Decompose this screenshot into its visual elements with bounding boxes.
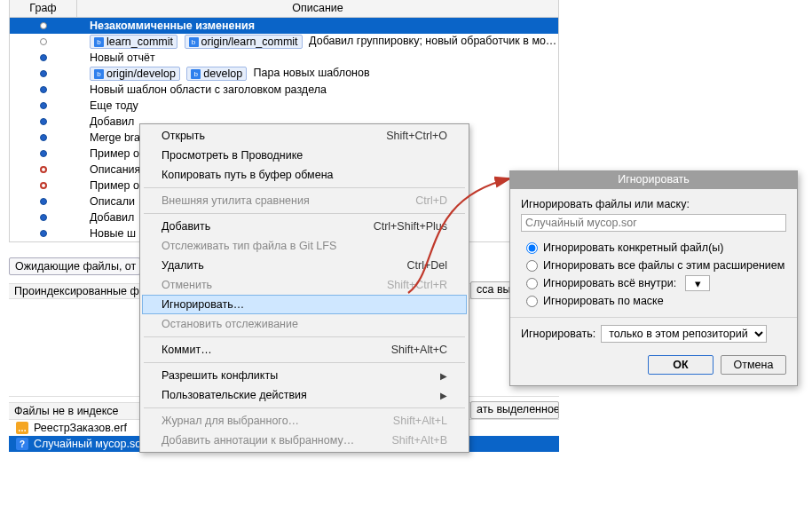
menu-track-lfs: Отслеживать тип файла в Git LFS xyxy=(142,236,467,256)
ignore-scope-select[interactable]: только в этом репозиторий xyxy=(601,325,767,343)
commit-row[interactable]: borigin/develop bdevelop Пара новых шабл… xyxy=(10,66,558,82)
pending-files-button[interactable]: Ожидающие файлы, от xyxy=(9,257,140,275)
col-desc[interactable]: Описание xyxy=(77,0,558,17)
file-status-icon: ? xyxy=(16,438,28,450)
menu-add[interactable]: ДобавитьCtrl+Shift+Plus xyxy=(142,217,467,236)
commit-row[interactable]: Новый шаблон области с заголовком раздел… xyxy=(10,82,558,98)
menu-explorer[interactable]: Просмотреть в Проводнике xyxy=(142,146,467,165)
col-graph[interactable]: Граф xyxy=(10,0,77,17)
stage-selected-button[interactable]: ать выделенное xyxy=(470,401,559,419)
menu-blame: Добавить аннотации к выбранному…Shift+Al… xyxy=(142,431,467,450)
radio-ignore-folder[interactable]: Игнорировать всё внутри:▾ xyxy=(521,274,786,292)
menu-open[interactable]: ОткрытьShift+Ctrl+O xyxy=(142,126,467,146)
radio-ignore-file[interactable]: Игнорировать конкретный файл(ы) xyxy=(521,239,786,257)
commit-row-uncommitted[interactable]: Незакоммиченные изменения xyxy=(10,18,558,34)
ignore-options: Игнорировать конкретный файл(ы) Игнориро… xyxy=(521,239,786,310)
chevron-right-icon: ▶ xyxy=(440,371,447,381)
mask-input[interactable] xyxy=(521,214,786,232)
menu-log: Журнал для выбранного…Shift+Alt+L xyxy=(142,411,467,431)
branch-tag[interactable]: borigin/learn_commit xyxy=(185,35,303,49)
file-status-icon: … xyxy=(16,422,28,434)
context-menu: ОткрытьShift+Ctrl+O Просмотреть в Провод… xyxy=(139,123,469,453)
menu-external-diff: Внешняя утилита сравненияCtrl+D xyxy=(142,191,467,210)
menu-delete[interactable]: УдалитьCtrl+Del xyxy=(142,256,467,275)
file-name: Случайный мусор.sor xyxy=(34,438,145,450)
menu-commit[interactable]: Коммит…Shift+Alt+C xyxy=(142,340,467,360)
commit-row[interactable]: Новый отчёт xyxy=(10,50,558,66)
menu-stop-tracking: Остановить отслеживание xyxy=(142,314,467,334)
radio-ignore-extension[interactable]: Игнорировать все файлы с этим расширение… xyxy=(521,257,786,274)
commit-node-icon xyxy=(40,22,47,29)
commit-row[interactable]: Еще тоду xyxy=(10,98,558,114)
dialog-title: Игнорировать xyxy=(510,171,797,189)
branch-tag[interactable]: blearn_commit xyxy=(90,35,177,49)
branch-tag[interactable]: bdevelop xyxy=(186,67,247,81)
commit-row[interactable]: blearn_commit borigin/learn_commit Добав… xyxy=(10,34,558,50)
menu-resolve-conflicts[interactable]: Разрешить конфликты▶ xyxy=(142,366,467,385)
menu-revert: ОтменитьShift+Ctrl+R xyxy=(142,275,467,295)
menu-ignore[interactable]: Игнорировать… xyxy=(142,295,467,314)
menu-copy-path[interactable]: Копировать путь в буфер обмена xyxy=(142,165,467,185)
menu-custom-actions[interactable]: Пользовательские действия▶ xyxy=(142,385,467,405)
mask-label: Игнорировать файлы или маску: xyxy=(521,198,786,210)
folder-dropdown[interactable]: ▾ xyxy=(685,275,710,291)
branch-tag[interactable]: borigin/develop xyxy=(90,67,180,81)
ignore-dialog: Игнорировать Игнорировать файлы или маск… xyxy=(509,170,798,386)
chevron-right-icon: ▶ xyxy=(440,391,447,400)
radio-ignore-mask[interactable]: Игнорировать по маске xyxy=(521,292,786,310)
ok-button[interactable]: ОК xyxy=(648,355,713,375)
cancel-button[interactable]: Отмена xyxy=(721,355,786,375)
ignore-scope-label: Игнорировать: xyxy=(521,328,595,340)
table-header: Граф Описание xyxy=(10,0,558,18)
file-name: РеестрЗаказов.erf xyxy=(34,422,127,434)
